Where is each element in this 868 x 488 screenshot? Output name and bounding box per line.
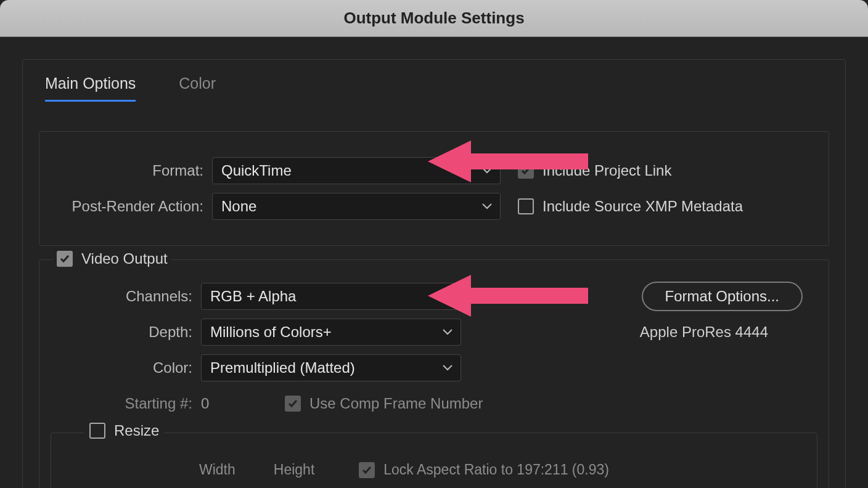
include-project-link-checkbox[interactable]	[518, 163, 534, 179]
post-render-action-value: None	[221, 198, 256, 215]
lock-aspect-ratio-label: Lock Aspect Ratio to 197:211 (0.93)	[383, 462, 609, 478]
tab-color[interactable]: Color	[179, 75, 216, 102]
tab-main-options[interactable]: Main Options	[45, 75, 136, 102]
depth-value: Millions of Colors+	[210, 323, 332, 341]
depth-label: Depth:	[51, 323, 201, 341]
chevron-down-icon	[481, 203, 493, 210]
channels-label: Channels:	[51, 288, 201, 305]
post-render-action-select[interactable]: None	[212, 193, 501, 220]
window-title: Output Module Settings	[343, 9, 524, 28]
use-comp-frame-label: Use Comp Frame Number	[309, 395, 483, 412]
dialog-body: Main Options Color Format: QuickTime Inc…	[0, 37, 868, 488]
depth-select[interactable]: Millions of Colors+	[201, 319, 461, 346]
include-xmp-checkbox[interactable]	[518, 198, 534, 214]
color-label: Color:	[51, 359, 201, 376]
window-titlebar: Output Module Settings	[0, 0, 868, 37]
color-value: Premultiplied (Matted)	[210, 359, 355, 376]
resize-width-header: Width	[199, 462, 235, 478]
post-render-action-label: Post-Render Action:	[51, 198, 212, 215]
chevron-down-icon	[442, 364, 453, 372]
chevron-down-icon	[481, 167, 493, 174]
format-section: Format: QuickTime Include Project Link P…	[39, 131, 829, 246]
starting-number-input[interactable]	[201, 395, 250, 412]
codec-name: Apple ProRes 4444	[640, 323, 768, 341]
chevron-down-icon	[442, 293, 453, 300]
include-xmp-label: Include Source XMP Metadata	[542, 198, 743, 215]
resize-height-header: Height	[274, 462, 314, 478]
lock-aspect-ratio-checkbox[interactable]	[359, 462, 375, 478]
resize-label: Resize	[114, 422, 159, 439]
channels-select[interactable]: RGB + Alpha	[201, 283, 461, 310]
resize-fieldset: Resize Width Height Lock Aspect Ratio to…	[51, 433, 817, 488]
format-options-button[interactable]: Format Options...	[642, 282, 803, 311]
format-label: Format:	[51, 162, 212, 179]
resize-checkbox[interactable]	[89, 423, 105, 439]
use-comp-frame-checkbox[interactable]	[285, 396, 301, 412]
color-select[interactable]: Premultiplied (Matted)	[201, 354, 461, 381]
format-select[interactable]: QuickTime	[212, 157, 501, 184]
video-output-checkbox[interactable]	[57, 251, 73, 267]
format-value: QuickTime	[221, 162, 292, 179]
video-output-label: Video Output	[81, 250, 168, 267]
video-output-fieldset: Video Output Channels: RGB + Alpha Forma…	[39, 259, 829, 488]
tab-row: Main Options Color	[39, 60, 829, 102]
include-project-link-label: Include Project Link	[542, 162, 671, 179]
channels-value: RGB + Alpha	[210, 288, 296, 305]
chevron-down-icon	[442, 328, 453, 336]
main-panel: Main Options Color Format: QuickTime Inc…	[22, 59, 846, 488]
starting-number-label: Starting #:	[51, 395, 201, 412]
